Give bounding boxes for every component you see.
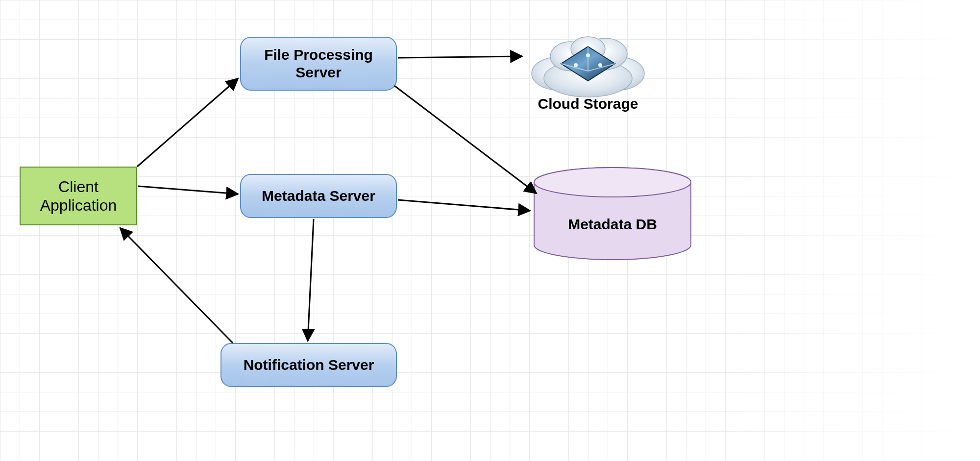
right-fade-overlay [725,0,980,461]
metadata-server-label: Metadata Server [262,187,375,205]
edge-metadata-server-to-metadata-db [398,200,530,211]
edge-file-processing-to-cloud-storage [398,56,522,58]
node-notification-server: Notification Server [220,343,397,387]
svg-point-8 [574,63,578,67]
edge-client-to-file-processing [137,78,238,167]
svg-point-12 [534,168,691,197]
file-processing-label-line2: Server [295,64,341,80]
edge-notification-server-to-client [120,228,233,343]
edges-layer [0,0,980,461]
svg-point-10 [586,53,590,57]
node-metadata-server: Metadata Server [240,174,397,218]
edge-client-to-metadata-server [138,186,238,194]
node-client-application: Client Application [20,167,137,225]
cloud-storage-label: Cloud Storage [519,96,657,112]
edge-metadata-server-to-notification-server [308,219,314,341]
cloud-storage-icon [524,27,652,100]
metadata-db-label: Metadata DB [568,216,657,233]
client-label-line1: Client [58,178,98,195]
notification-server-label: Notification Server [244,356,374,374]
node-file-processing-server: File Processing Server [240,37,397,91]
file-processing-label-line1: File Processing [264,47,373,63]
diagram-canvas: Client Application File Processing Serve… [0,0,980,461]
svg-point-9 [598,63,602,67]
node-metadata-db: Metadata DB [532,167,693,255]
client-label-line2: Application [40,196,117,214]
